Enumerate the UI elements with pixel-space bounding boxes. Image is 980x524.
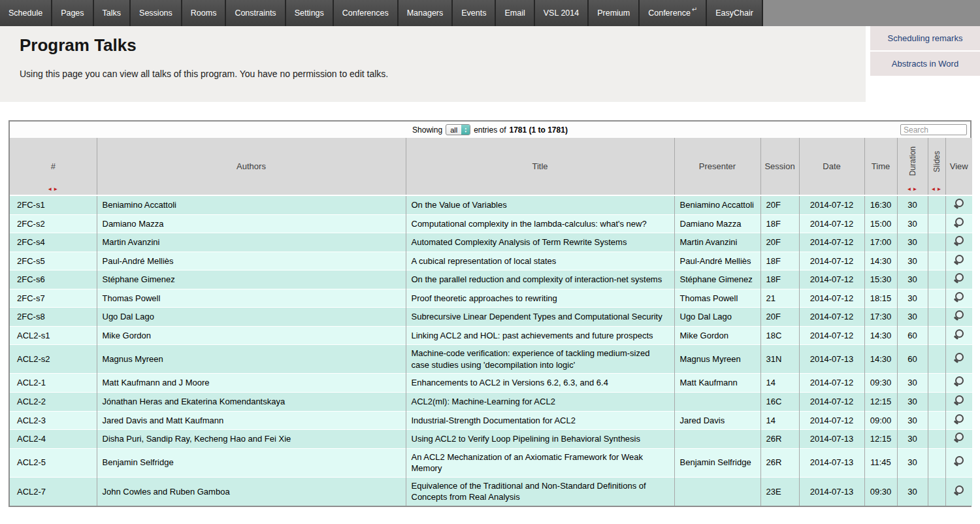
nav-tab-label: Conference: [648, 8, 691, 18]
nav-tab-talks[interactable]: Talks: [94, 0, 129, 26]
view-cell: [945, 308, 972, 327]
presenter-cell: Benjamin Selfridge: [674, 448, 760, 477]
slides-cell: [928, 326, 945, 345]
view-cell: [945, 252, 972, 270]
duration-cell: 30: [897, 308, 928, 327]
title-cell: Automated Complexity Analysis of Term Re…: [406, 233, 674, 252]
search-input[interactable]: [900, 124, 967, 135]
nav-tab-label: VSL 2014: [544, 8, 579, 18]
session-cell: 14: [760, 374, 799, 393]
duration-cell: 30: [897, 448, 928, 477]
presenter-cell: Mike Gordon: [674, 326, 760, 345]
sort-arrows-icon[interactable]: ◄►: [10, 186, 97, 192]
title-cell: Equivalence of the Traditional and Non-S…: [406, 477, 674, 506]
nav-tab-pages[interactable]: Pages: [52, 0, 92, 26]
col-header-slides[interactable]: Slides ◄►: [928, 138, 945, 195]
nav-tab-label: Conferences: [342, 8, 389, 18]
nav-tab-constraints[interactable]: Constraints: [226, 0, 284, 26]
presenter-cell: [674, 393, 760, 412]
session-cell: 31N: [760, 345, 799, 374]
nav-tab-label: Sessions: [139, 8, 172, 18]
table-row: ACL2-2 Jónathan Heras and Ekaterina Kome…: [10, 393, 972, 412]
magnifier-view-icon[interactable]: [954, 255, 964, 265]
magnifier-view-icon[interactable]: [954, 292, 964, 302]
nav-tab-sessions[interactable]: Sessions: [131, 0, 181, 26]
page-description: Using this page you can view all talks o…: [20, 69, 866, 79]
col-header-number[interactable]: # ◄►: [10, 138, 97, 195]
nav-tab-settings[interactable]: Settings: [286, 0, 333, 26]
talk-id-cell: ACL2-2: [10, 393, 97, 412]
title-cell: Computational complexity in the lambda-c…: [406, 214, 674, 233]
nav-tab-email[interactable]: Email: [496, 0, 533, 26]
slides-cell: [928, 393, 945, 412]
magnifier-view-icon[interactable]: [954, 376, 964, 386]
duration-cell: 30: [897, 214, 928, 233]
magnifier-view-icon[interactable]: [954, 199, 964, 208]
magnifier-view-icon[interactable]: [954, 218, 964, 227]
nav-tab-rooms[interactable]: Rooms: [182, 0, 225, 26]
entries-per-page-select[interactable]: all ▴ ▾: [446, 124, 470, 135]
talk-id-cell: 2FC-s5: [10, 252, 97, 270]
talks-table-container: Showing all ▴ ▾ entries of 1781 (1 to 17…: [8, 120, 972, 507]
table-row: 2FC-s6 Stéphane Gimenez On the parallel …: [10, 270, 972, 289]
presenter-cell: [674, 430, 760, 449]
side-link-scheduling-remarks[interactable]: Scheduling remarks: [870, 26, 980, 52]
magnifier-view-icon[interactable]: [954, 310, 964, 320]
nav-tab-events[interactable]: Events: [453, 0, 495, 26]
magnifier-view-icon[interactable]: [954, 414, 964, 424]
date-cell: 2014-07-12: [799, 411, 864, 430]
title-cell: On the Value of Variables: [406, 195, 674, 214]
title-cell: Machine-code verification: experience of…: [406, 345, 674, 374]
view-cell: [945, 233, 972, 252]
duration-cell: 30: [897, 374, 928, 393]
side-link-abstracts-in-word[interactable]: Abstracts in Word: [870, 52, 980, 77]
view-cell: [945, 448, 972, 477]
side-link-label: Scheduling remarks: [888, 33, 963, 43]
authors-cell: Mike Gordon: [97, 326, 406, 345]
nav-tab-conference[interactable]: Conference↵: [640, 0, 706, 26]
nav-tab-label: EasyChair: [715, 8, 753, 18]
magnifier-view-icon[interactable]: [954, 433, 964, 442]
magnifier-view-icon[interactable]: [954, 353, 964, 363]
nav-tab-schedule[interactable]: Schedule: [0, 0, 51, 26]
col-header-session: Session: [760, 138, 799, 195]
nav-tab-vsl-2014[interactable]: VSL 2014: [535, 0, 587, 26]
date-cell: 2014-07-12: [799, 270, 864, 289]
nav-tab-premium[interactable]: Premium: [589, 0, 638, 26]
nav-tab-easychair[interactable]: EasyChair: [707, 0, 762, 26]
title-cell: Linking ACL2 and HOL: past achievements …: [406, 326, 674, 345]
col-header-duration[interactable]: Duration ◄►: [897, 138, 928, 195]
nav-tab-label: Events: [461, 8, 486, 18]
slides-cell: [928, 195, 945, 214]
presenter-cell: Damiano Mazza: [674, 214, 760, 233]
session-cell: 23E: [760, 477, 799, 506]
session-cell: 20F: [760, 308, 799, 327]
magnifier-view-icon[interactable]: [954, 273, 964, 283]
time-cell: 12:15: [864, 393, 897, 412]
table-row: 2FC-s1 Beniamino Accattoli On the Value …: [10, 195, 972, 214]
view-cell: [945, 326, 972, 345]
date-cell: 2014-07-13: [799, 448, 864, 477]
nav-tab-conferences[interactable]: Conferences: [334, 0, 397, 26]
magnifier-view-icon[interactable]: [954, 395, 964, 405]
magnifier-view-icon[interactable]: [954, 485, 964, 495]
nav-tab-managers[interactable]: Managers: [399, 0, 452, 26]
nav-tab-label: Pages: [61, 8, 84, 18]
date-cell: 2014-07-13: [799, 430, 864, 449]
slides-cell: [928, 270, 945, 289]
magnifier-view-icon[interactable]: [954, 236, 964, 246]
view-cell: [945, 270, 972, 289]
nav-tab-label: Rooms: [191, 8, 217, 18]
session-cell: 26R: [760, 448, 799, 477]
magnifier-view-icon[interactable]: [954, 329, 964, 339]
authors-cell: Stéphane Gimenez: [97, 270, 406, 289]
sort-arrows-icon[interactable]: ◄►: [928, 186, 945, 192]
date-cell: 2014-07-12: [799, 289, 864, 308]
talk-id-cell: 2FC-s8: [10, 308, 97, 327]
magnifier-view-icon[interactable]: [954, 456, 964, 466]
nav-tab-label: Managers: [407, 8, 444, 18]
title-cell: Using ACL2 to Verify Loop Pipelining in …: [406, 430, 674, 449]
sort-arrows-icon[interactable]: ◄►: [898, 186, 928, 192]
presenter-cell: Ugo Dal Lago: [674, 308, 760, 327]
authors-cell: John Cowles and Ruben Gamboa: [97, 477, 406, 506]
